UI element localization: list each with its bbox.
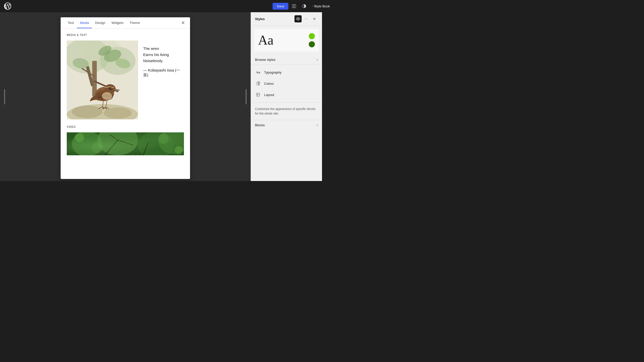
bright-green-dot <box>309 33 315 39</box>
tab-design[interactable]: Design <box>92 17 108 28</box>
svg-point-56 <box>158 134 169 144</box>
layout-option[interactable]: Layout <box>251 89 322 100</box>
tab-media[interactable]: Media <box>77 17 92 28</box>
style-aa-text: Aa <box>258 34 274 47</box>
poem-line-1: The wren <box>143 46 184 52</box>
blocks-button[interactable]: Blocks › <box>251 120 322 130</box>
right-sidebar: Styles <box>251 12 322 181</box>
colors-label: Colors <box>264 82 274 86</box>
svg-point-57 <box>175 146 183 154</box>
typography-label: Typography <box>264 71 281 74</box>
layout-icon <box>255 92 261 98</box>
video-label: VIDEO <box>67 126 184 128</box>
sidebar-more-button[interactable] <box>303 15 310 22</box>
top-bar: Style Book Save <box>0 0 322 12</box>
svg-rect-1 <box>294 4 296 8</box>
layout-toggle-button[interactable] <box>289 2 299 11</box>
svg-point-49 <box>158 132 184 154</box>
sidebar-close-button[interactable] <box>311 15 318 22</box>
customize-desc: Customize the appearance of specific blo… <box>255 107 318 116</box>
svg-rect-0 <box>292 4 294 8</box>
style-book-tabs: Text Media Design Widgets Theme ✕ <box>61 17 190 29</box>
svg-point-60 <box>306 19 306 19</box>
bird-image <box>67 40 138 119</box>
chevron-right-icon: › <box>317 57 318 62</box>
wordpress-logo[interactable] <box>3 2 12 11</box>
close-button[interactable]: ✕ <box>180 19 186 27</box>
customize-text: Customize the appearance of specific blo… <box>251 103 322 120</box>
blocks-chevron-icon: › <box>317 123 318 127</box>
canvas-area: Text Media Design Widgets Theme ✕ MEDIA … <box>0 12 251 181</box>
svg-point-30 <box>110 88 111 89</box>
svg-rect-64 <box>257 93 260 96</box>
scroll-right <box>246 89 247 104</box>
typography-icon: Aa <box>255 69 261 75</box>
color-dots <box>309 33 315 47</box>
layout-label: Layout <box>264 93 274 97</box>
svg-point-3 <box>313 6 313 6</box>
colors-icon <box>255 80 261 87</box>
tab-widgets[interactable]: Widgets <box>109 17 127 28</box>
sidebar-header: Styles <box>251 12 322 26</box>
sidebar-title: Styles <box>255 17 265 21</box>
svg-line-51 <box>118 140 133 145</box>
video-placeholder <box>67 132 184 155</box>
main-area: Text Media Design Widgets Theme ✕ MEDIA … <box>0 12 322 181</box>
dark-green-dot <box>309 41 315 47</box>
svg-point-59 <box>305 19 305 19</box>
svg-point-61 <box>307 19 307 19</box>
svg-point-46 <box>72 132 102 155</box>
media-text-block: The wren Earns his living Noiselessly. —… <box>67 40 184 119</box>
poem-line-2: Earns his living <box>143 52 184 58</box>
style-options: Aa Typography Colors <box>251 65 322 103</box>
style-preview-card: Aa <box>254 29 319 52</box>
page-title: Style Book <box>314 4 322 8</box>
svg-rect-45 <box>67 132 184 155</box>
top-bar-left <box>3 2 12 11</box>
svg-point-19 <box>72 105 102 118</box>
video-section: VIDEO <box>67 126 184 155</box>
contrast-button[interactable] <box>300 2 309 11</box>
svg-point-58 <box>298 18 299 19</box>
colors-option[interactable]: Colors <box>251 78 322 89</box>
browse-styles-label: Browse styles <box>255 58 275 62</box>
poem-line-3: Noiselessly. <box>143 58 184 64</box>
style-book-content[interactable]: MEDIA & TEXT <box>61 29 190 179</box>
tab-text[interactable]: Text <box>65 17 77 28</box>
typography-option[interactable]: Aa Typography <box>251 67 322 78</box>
sidebar-header-actions <box>294 15 318 22</box>
blocks-label: Blocks <box>255 123 265 127</box>
svg-line-50 <box>105 140 118 155</box>
save-button[interactable]: Save <box>273 3 288 10</box>
scroll-left <box>4 89 5 104</box>
svg-point-48 <box>138 132 174 155</box>
eye-button[interactable] <box>294 15 302 22</box>
svg-point-47 <box>97 132 138 155</box>
poem-content: The wren Earns his living Noiselessly. —… <box>143 40 184 119</box>
style-book-panel: Text Media Design Widgets Theme ✕ MEDIA … <box>61 17 190 179</box>
svg-line-53 <box>143 143 148 155</box>
media-text-label: MEDIA & TEXT <box>67 34 184 36</box>
tab-theme[interactable]: Theme <box>127 17 143 28</box>
top-bar-right: Save <box>273 2 319 11</box>
browse-styles-button[interactable]: Browse styles › <box>251 55 322 65</box>
svg-point-54 <box>75 133 84 142</box>
svg-point-55 <box>92 142 103 153</box>
svg-line-52 <box>110 135 118 140</box>
poem-author: — Kobayashi Issa (一茶) <box>143 68 184 78</box>
svg-point-20 <box>104 107 132 119</box>
